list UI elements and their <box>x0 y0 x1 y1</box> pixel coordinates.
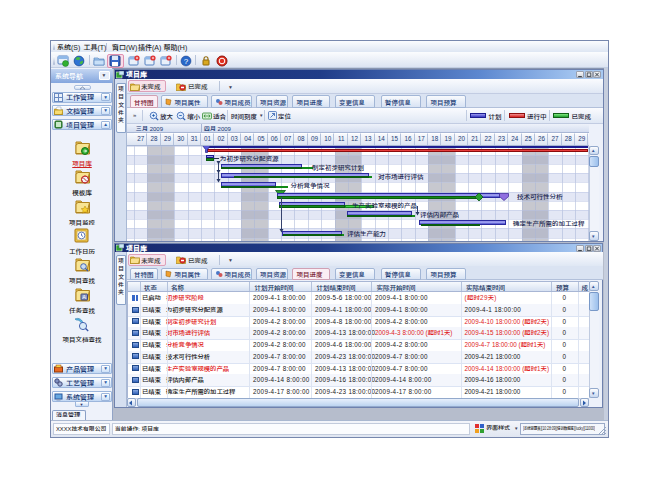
svg-text:?: ? <box>184 57 189 66</box>
svg-text:A: A <box>82 294 86 300</box>
